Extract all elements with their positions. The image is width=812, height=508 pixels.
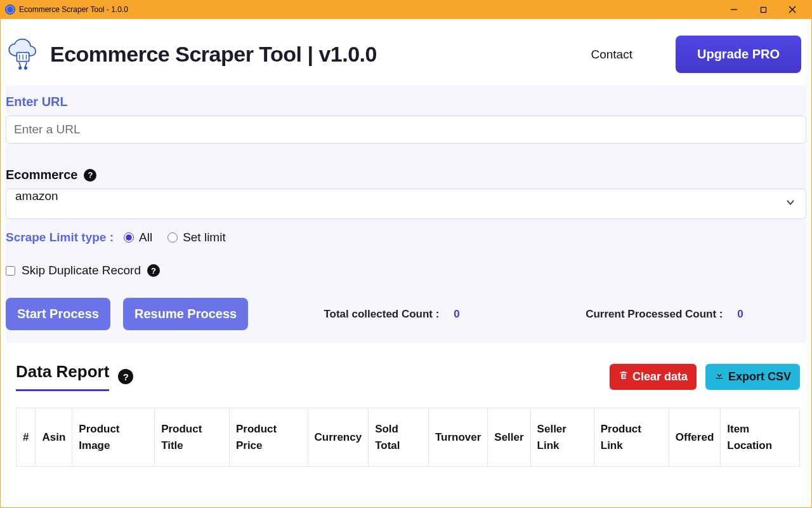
counts: Total collected Count : 0 Current Proces… xyxy=(261,308,806,321)
col-sold: Sold Total xyxy=(369,408,429,467)
contact-link[interactable]: Contact xyxy=(591,48,632,62)
window-title: Ecommerce Scraper Tool - 1.0.0 xyxy=(19,5,719,14)
total-count: Total collected Count : 0 xyxy=(324,308,459,321)
window-controls xyxy=(719,0,807,19)
ecommerce-label: Ecommerce ? xyxy=(6,165,806,189)
app-logo-icon xyxy=(6,37,41,72)
action-row: Start Process Resume Process Total colle… xyxy=(6,277,806,330)
limit-all-radio[interactable]: All xyxy=(124,231,152,244)
export-csv-label: Export CSV xyxy=(728,370,791,384)
col-price: Product Price xyxy=(229,408,308,467)
url-input[interactable] xyxy=(6,116,806,144)
limit-set-label: Set limit xyxy=(183,231,226,244)
col-asin: Asin xyxy=(36,408,72,467)
col-seller: Seller xyxy=(488,408,530,467)
scrape-limit-label: Scrape Limit type : xyxy=(6,231,114,244)
total-count-value: 0 xyxy=(454,308,459,320)
svg-rect-1 xyxy=(761,7,766,12)
titlebar: Ecommerce Scraper Tool - 1.0.0 xyxy=(0,0,812,19)
col-index: # xyxy=(16,408,36,467)
clear-data-label: Clear data xyxy=(632,370,688,384)
current-count-value: 0 xyxy=(737,308,743,320)
current-count-label: Current Processed Count : xyxy=(586,308,723,320)
current-count: Current Processed Count : 0 xyxy=(586,308,743,321)
svg-point-5 xyxy=(18,66,22,69)
col-image: Product Image xyxy=(72,408,155,467)
col-prodlink: Product Link xyxy=(594,408,669,467)
app-icon xyxy=(5,4,15,15)
limit-all-label: All xyxy=(139,231,152,244)
report-area: Data Report ? Clear data Export CSV # xyxy=(6,343,806,467)
report-header: Data Report ? Clear data Export CSV xyxy=(16,362,800,391)
export-csv-button[interactable]: Export CSV xyxy=(705,364,800,390)
total-count-label: Total collected Count : xyxy=(324,308,439,320)
ecommerce-label-text: Ecommerce xyxy=(6,168,77,182)
maximize-button[interactable] xyxy=(749,0,778,19)
col-currency: Currency xyxy=(308,408,369,467)
upgrade-pro-button[interactable]: Upgrade PRO xyxy=(676,36,801,73)
skip-duplicate-row: Skip Duplicate Record ? xyxy=(6,244,806,277)
data-table: # Asin Product Image Product Title Produ… xyxy=(16,408,800,467)
col-offered: Offered xyxy=(669,408,720,467)
col-title: Product Title xyxy=(155,408,230,467)
form-area: Enter URL Ecommerce ? amazon Scrape Limi… xyxy=(6,86,806,343)
limit-set-input[interactable] xyxy=(167,232,178,243)
download-icon xyxy=(714,370,724,384)
url-label: Enter URL xyxy=(6,92,806,116)
help-icon[interactable]: ? xyxy=(118,369,133,384)
trash-icon xyxy=(619,370,629,384)
svg-point-6 xyxy=(24,66,27,69)
skip-duplicate-checkbox[interactable] xyxy=(6,266,15,276)
start-process-button[interactable]: Start Process xyxy=(6,298,110,330)
col-sellerlink: Seller Link xyxy=(530,408,594,467)
clear-data-button[interactable]: Clear data xyxy=(610,364,697,390)
help-icon[interactable]: ? xyxy=(147,264,160,277)
minimize-button[interactable] xyxy=(719,0,749,19)
app-header: Ecommerce Scraper Tool | v1.0.0 Contact … xyxy=(6,23,806,86)
limit-set-radio[interactable]: Set limit xyxy=(167,231,226,244)
resume-process-button[interactable]: Resume Process xyxy=(123,298,248,330)
table-header-row: # Asin Product Image Product Title Produ… xyxy=(16,408,800,467)
help-icon[interactable]: ? xyxy=(84,169,96,182)
col-location: Item Location xyxy=(721,408,800,467)
skip-duplicate-label: Skip Duplicate Record xyxy=(22,264,141,277)
app-title: Ecommerce Scraper Tool | v1.0.0 xyxy=(50,42,582,67)
report-title: Data Report xyxy=(16,362,109,391)
scrape-limit-row: Scrape Limit type : All Set limit xyxy=(6,219,806,244)
limit-all-input[interactable] xyxy=(124,232,134,243)
col-turnover: Turnover xyxy=(428,408,487,467)
close-button[interactable] xyxy=(778,0,807,19)
ecommerce-select[interactable]: amazon xyxy=(6,189,806,219)
